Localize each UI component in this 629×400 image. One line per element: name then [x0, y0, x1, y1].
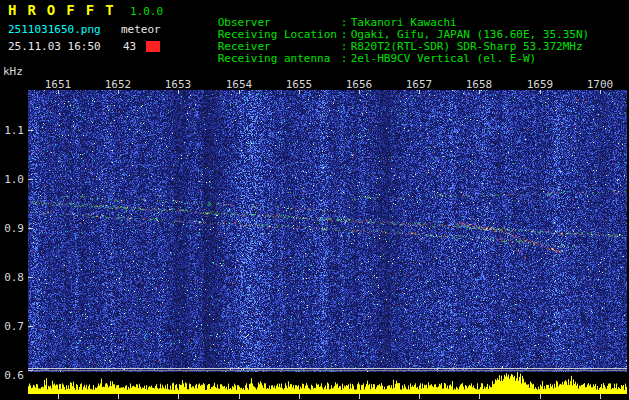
output-filename: 2511031650.png: [8, 24, 101, 36]
bottom-tick: [419, 394, 420, 399]
bottom-tick: [118, 394, 119, 399]
y-tick-label: 0.6: [0, 369, 24, 382]
count-label: 43: [123, 41, 136, 53]
y-tick-label: 0.7: [0, 320, 24, 333]
app-version: 1.0.0: [130, 6, 163, 18]
bottom-tick: [58, 394, 59, 399]
bottom-tick: [600, 394, 601, 399]
spectrogram-canvas: [28, 90, 627, 372]
bottom-tick: [239, 394, 240, 399]
info-value: 2el-HB9CV Vertical (el. E-W): [351, 52, 536, 65]
khz-unit-label: kHz: [3, 66, 23, 78]
status-indicator: [146, 41, 160, 52]
bottom-tick: [359, 394, 360, 399]
y-tick-label: 1.0: [0, 173, 24, 186]
datetime-label: 25.11.03 16:50: [8, 41, 101, 53]
mode-label: meteor: [121, 24, 161, 36]
bottom-tick: [178, 394, 179, 399]
y-tick-label: 0.8: [0, 271, 24, 284]
bottom-tick: [540, 394, 541, 399]
info-label: Receiving antenna: [218, 53, 341, 65]
info-separator: :: [341, 53, 351, 65]
y-tick-label: 0.9: [0, 222, 24, 235]
app-title: HROFFT: [8, 4, 125, 16]
bottom-tick: [299, 394, 300, 399]
level-graph-canvas: [28, 372, 627, 394]
bottom-tick: [479, 394, 480, 399]
info-row: Receiving antenna:2el-HB9CV Vertical (el…: [178, 41, 536, 77]
y-tick-label: 1.1: [0, 124, 24, 137]
hrofft-window: HROFFT 1.0.0 2511031650.png meteor 25.11…: [0, 0, 629, 400]
